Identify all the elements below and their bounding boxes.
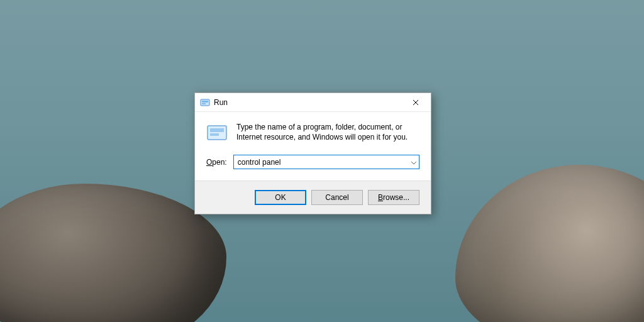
dialog-body: Type the name of a program, folder, docu… [195, 112, 431, 151]
window-title: Run [214, 98, 401, 107]
open-input[interactable] [233, 155, 419, 169]
dialog-footer: OK Cancel Browse... [195, 180, 431, 214]
wallpaper-rock-left [0, 184, 226, 322]
run-icon [200, 97, 210, 108]
svg-rect-2 [202, 103, 206, 104]
open-label: Open: [206, 158, 227, 167]
svg-rect-5 [210, 133, 219, 136]
run-dialog: Run Type the name of a program, folder, … [194, 92, 431, 214]
run-large-icon [206, 122, 228, 143]
svg-rect-1 [202, 101, 208, 103]
titlebar[interactable]: Run [195, 93, 431, 112]
close-button[interactable] [401, 93, 430, 111]
cancel-button[interactable]: Cancel [311, 190, 363, 205]
svg-rect-3 [208, 126, 226, 140]
wallpaper-rock-right [455, 165, 644, 322]
open-row: Open: [195, 151, 431, 180]
open-combobox[interactable] [233, 155, 419, 169]
dialog-description: Type the name of a program, folder, docu… [236, 122, 419, 143]
svg-rect-4 [210, 128, 224, 132]
browse-button[interactable]: Browse... [368, 190, 419, 205]
ok-button[interactable]: OK [255, 190, 306, 205]
